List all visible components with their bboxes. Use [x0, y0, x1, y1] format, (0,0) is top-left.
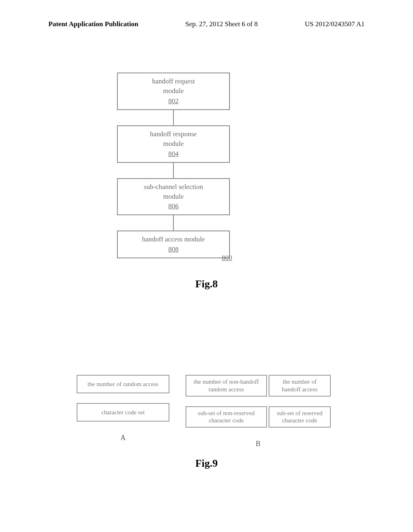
- module-label: handoff response: [150, 130, 197, 138]
- figure-9-column-b: the number of non-handoff random access …: [186, 375, 331, 448]
- module-label: module: [163, 87, 184, 95]
- module-number: 808: [168, 245, 179, 254]
- module-label: module: [163, 193, 184, 201]
- character-code-set-box: character code set: [77, 403, 169, 422]
- header-pub-number: US 2012/0243507 A1: [305, 20, 365, 28]
- connector-line: [173, 215, 174, 231]
- figure-8-diagram: handoff request module 802 handoff respo…: [117, 73, 230, 258]
- non-reserved-char-code-box: sub-set of non-reserved character code: [186, 406, 267, 428]
- handoff-access-count-box: the number of handoff access: [269, 375, 331, 397]
- header-date-sheet: Sep. 27, 2012 Sheet 6 of 8: [186, 20, 258, 28]
- figure-9-row-2: sub-set of non-reserved character code s…: [186, 406, 331, 428]
- handoff-request-module-box: handoff request module 802: [117, 73, 230, 110]
- figure-8-reference-number: 800: [222, 254, 232, 262]
- figure-9-diagram: the number of random access character co…: [77, 375, 365, 448]
- module-label: sub-channel selection: [144, 183, 203, 191]
- connector-line: [173, 163, 174, 178]
- sub-channel-selection-module-box: sub-channel selection module 806: [117, 178, 230, 216]
- page-header: Patent Application Publication Sep. 27, …: [0, 20, 413, 28]
- figure-9-caption: Fig.9: [0, 457, 413, 470]
- figure-9-column-a: the number of random access character co…: [77, 375, 169, 448]
- header-publication: Patent Application Publication: [48, 20, 138, 28]
- module-label: handoff access module: [142, 235, 204, 243]
- handoff-access-module-box: handoff access module 808: [117, 231, 230, 258]
- module-label: module: [163, 140, 184, 148]
- module-number: 804: [168, 150, 179, 158]
- handoff-response-module-box: handoff response module 804: [117, 125, 230, 163]
- module-number: 802: [168, 97, 179, 105]
- module-number: 806: [168, 202, 179, 210]
- non-handoff-random-access-box: the number of non-handoff random access: [186, 375, 267, 397]
- module-label: handoff request: [152, 77, 195, 85]
- figure-8-caption: Fig.8: [0, 278, 413, 290]
- column-b-label: B: [186, 440, 331, 448]
- reserved-char-code-box: sub-set of reserved character code: [269, 406, 331, 428]
- column-a-label: A: [77, 434, 169, 442]
- connector-line: [173, 110, 174, 125]
- random-access-count-box: the number of random access: [77, 375, 169, 393]
- figure-9-row-1: the number of non-handoff random access …: [186, 375, 331, 397]
